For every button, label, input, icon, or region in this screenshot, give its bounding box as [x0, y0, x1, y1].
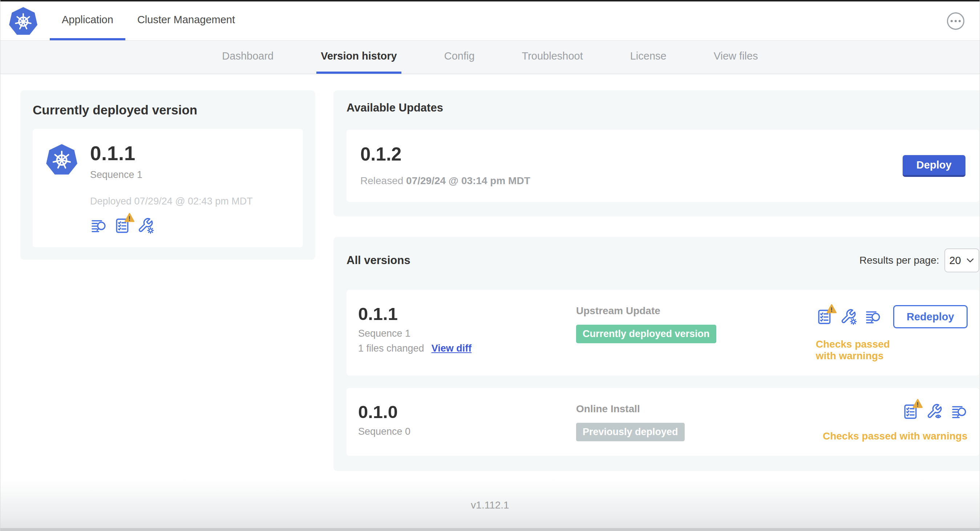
row-actions: Redeploy Checks passed with warnings	[816, 305, 968, 362]
currently-deployed-title: Currently deployed version	[33, 103, 303, 117]
status-badge: Previously deployed	[576, 423, 685, 441]
row-files-changed: 1 files changed View diff	[358, 343, 576, 354]
app-sub-navigation: Dashboard Version history Config Trouble…	[0, 41, 980, 74]
version-row-0-1-0: 0.1.0 Sequence 0 Online Install Previous…	[347, 388, 979, 456]
row-version-info: 0.1.0 Sequence 0	[358, 403, 576, 437]
top-bar: Application Cluster Management	[0, 2, 980, 41]
files-changed-label: 1 files changed	[358, 343, 424, 354]
row-source-label: Upstream Update	[576, 305, 816, 317]
tab-version-history[interactable]: Version history	[317, 41, 401, 74]
available-updates-panel: Available Updates 0.1.2 Released 07/29/2…	[333, 91, 980, 216]
tab-application[interactable]: Application	[50, 2, 125, 40]
kubernetes-logo[interactable]	[8, 2, 50, 40]
kubernetes-logo-icon	[8, 6, 39, 36]
available-updates-title: Available Updates	[347, 101, 979, 114]
left-column: Currently deployed version 0.1.1 Sequenc…	[20, 91, 315, 479]
preflight-status-text: Checks passed with warnings	[823, 431, 967, 442]
app-window: Application Cluster Management Dashboard…	[0, 0, 980, 531]
update-released-line: Released 07/29/24 @ 03:14 pm MDT	[360, 175, 530, 187]
tab-config[interactable]: Config	[440, 41, 479, 74]
preflight-checks-icon[interactable]	[816, 308, 833, 326]
currently-deployed-panel: Currently deployed version 0.1.1 Sequenc…	[20, 91, 315, 260]
right-column: Available Updates 0.1.2 Released 07/29/2…	[333, 91, 980, 479]
view-config-wrench-eye-icon[interactable]	[926, 403, 943, 420]
page-footer: v1.112.1	[0, 479, 980, 531]
preflight-checks-icon[interactable]	[902, 403, 919, 420]
preflight-checks-icon[interactable]	[114, 217, 131, 234]
row-source-info: Online Install Previously deployed	[576, 403, 816, 441]
deployed-version-actions	[90, 217, 253, 234]
tab-license[interactable]: License	[626, 41, 671, 74]
release-notes-icon[interactable]	[951, 403, 968, 420]
release-notes-icon[interactable]	[864, 308, 881, 326]
row-version-number: 0.1.1	[358, 305, 576, 323]
results-per-page: Results per page: 20	[859, 248, 979, 272]
row-actions: Checks passed with warnings	[816, 403, 968, 442]
kubernetes-app-icon	[45, 143, 78, 175]
available-update-info: 0.1.2 Released 07/29/24 @ 03:14 pm MDT	[360, 145, 530, 187]
warning-triangle-icon	[124, 212, 135, 223]
row-source-label: Online Install	[576, 403, 816, 415]
ellipsis-menu-icon[interactable]	[947, 12, 964, 30]
currently-deployed-card: 0.1.1 Sequence 1 Deployed 07/29/24 @ 02:…	[33, 129, 303, 247]
tab-dashboard[interactable]: Dashboard	[218, 41, 278, 74]
chevron-down-icon	[966, 258, 974, 263]
main-content: Currently deployed version 0.1.1 Sequenc…	[0, 74, 980, 479]
currently-deployed-info: 0.1.1 Sequence 1 Deployed 07/29/24 @ 02:…	[90, 143, 253, 234]
top-navigation: Application Cluster Management	[50, 2, 247, 40]
bottom-edge	[0, 528, 980, 531]
row-source-info: Upstream Update Currently deployed versi…	[576, 305, 816, 343]
preflight-status-text: Checks passed with warnings	[816, 339, 891, 362]
row-action-icons	[902, 403, 968, 420]
tab-cluster-management[interactable]: Cluster Management	[125, 2, 247, 40]
all-versions-header: All versions Results per page: 20	[347, 248, 979, 272]
warning-triangle-icon	[912, 398, 923, 409]
row-action-icons: Redeploy	[816, 305, 968, 328]
tab-view-files[interactable]: View files	[710, 41, 762, 74]
results-per-page-select[interactable]: 20	[944, 248, 979, 272]
deploy-button[interactable]: Deploy	[903, 155, 966, 177]
edit-config-wrench-gear-icon[interactable]	[840, 308, 857, 326]
available-update-card: 0.1.2 Released 07/29/24 @ 03:14 pm MDT D…	[347, 130, 979, 202]
all-versions-title: All versions	[347, 254, 410, 267]
released-prefix: Released	[360, 175, 403, 186]
all-versions-panel: All versions Results per page: 20	[333, 237, 980, 471]
released-date: 07/29/24 @ 03:14 pm MDT	[406, 175, 530, 186]
status-badge: Currently deployed version	[576, 325, 716, 343]
row-sequence: Sequence 0	[358, 426, 576, 437]
row-version-number: 0.1.0	[358, 403, 576, 421]
row-version-info: 0.1.1 Sequence 1 1 files changed View di…	[358, 305, 576, 354]
edit-config-wrench-gear-icon[interactable]	[137, 217, 154, 234]
results-per-page-label: Results per page:	[859, 254, 939, 266]
results-per-page-value: 20	[949, 254, 961, 267]
top-bar-right	[947, 2, 980, 40]
deployed-sequence: Sequence 1	[90, 169, 253, 181]
version-rows: 0.1.1 Sequence 1 1 files changed View di…	[347, 290, 979, 456]
warning-triangle-icon	[826, 303, 837, 315]
tab-troubleshoot[interactable]: Troubleshoot	[518, 41, 587, 74]
redeploy-button[interactable]: Redeploy	[893, 305, 968, 328]
release-notes-icon[interactable]	[90, 217, 107, 234]
update-version-number: 0.1.2	[360, 145, 530, 164]
view-diff-link[interactable]: View diff	[431, 343, 472, 354]
row-sequence: Sequence 1	[358, 328, 576, 339]
admin-console-version: v1.112.1	[471, 499, 509, 511]
deployed-version-number: 0.1.1	[90, 143, 253, 164]
version-row-0-1-1: 0.1.1 Sequence 1 1 files changed View di…	[347, 290, 979, 375]
deployed-timestamp: Deployed 07/29/24 @ 02:43 pm MDT	[90, 196, 253, 207]
